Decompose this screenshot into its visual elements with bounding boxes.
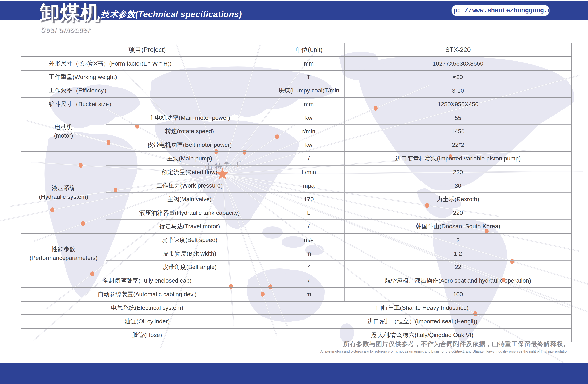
- spec-label-cell: 额定流量(Rated flow): [106, 165, 273, 179]
- spec-unit-cell: /: [273, 220, 344, 233]
- spec-label-cell: 胶管(Hose): [21, 328, 273, 342]
- spec-value-cell: 进口密封（恒立）(Imported seal (Hengli)): [273, 315, 572, 328]
- spec-label-cell: 电气系统(Electrical system): [21, 301, 273, 315]
- table-row: 铲斗尺寸（Bucket size）mm1250X950X450: [21, 97, 572, 111]
- table-row: 外形尺寸（长×宽×高）(Form factor(L * W * H))mm102…: [21, 57, 572, 70]
- spec-value-cell: 航空座椅、液压操作(Aero seat and hydraulic operat…: [344, 274, 572, 288]
- spec-label-cell: 行走马达(Travel motor): [106, 220, 273, 233]
- spec-unit-cell: °: [273, 260, 344, 274]
- spec-group-cell: 性能参数(Performanceparameters): [21, 233, 106, 274]
- table-row: 电气系统(Electrical system)山特重工(Shante Heavy…: [21, 301, 572, 315]
- spec-value-cell: ≈20: [344, 70, 572, 84]
- table-row: 自动卷缆装置(Automatic cabling devi)m100: [21, 288, 572, 301]
- spec-unit-cell: mpa: [273, 179, 344, 192]
- website-url-text: Http: //www.shantezhonggong.com: [442, 7, 559, 14]
- spec-value-cell: 2: [344, 233, 572, 247]
- spec-unit-cell: r/min: [273, 125, 344, 138]
- table-row: 性能参数(Performanceparameters)皮带速度(Belt spe…: [21, 233, 572, 247]
- spec-unit-cell: L: [273, 206, 344, 220]
- spec-label-cell: 铲斗尺寸（Bucket size）: [21, 97, 273, 111]
- spec-value-cell: 力士乐(Rexroth): [344, 192, 572, 206]
- spec-unit-cell: m: [273, 247, 344, 260]
- logo-chinese: 卸煤机: [40, 3, 101, 22]
- spec-label-cell: 自动卷缆装置(Automatic cabling devi): [21, 288, 273, 301]
- spec-unit-cell: mm: [273, 57, 344, 70]
- page-title: 技术参数(Technical specifications): [101, 9, 242, 20]
- spec-unit-cell: 块煤(Lumpy coal)T/min: [273, 84, 344, 97]
- spec-value-cell: 1250X950X450: [344, 97, 572, 111]
- spec-label-cell: 转速(rotate speed): [106, 125, 273, 138]
- spec-unit-cell: /: [273, 274, 344, 288]
- spec-label-cell: 油缸(Oil cylinder): [21, 315, 273, 328]
- spec-label-cell: 皮带角度(Belt angle): [106, 260, 273, 274]
- website-url-badge[interactable]: Http: //www.shantezhonggong.com: [452, 5, 549, 16]
- logo-english: Coal unloader: [41, 26, 90, 34]
- spec-group-cell: 电动机(motor): [21, 111, 106, 152]
- spec-label-cell: 工作重量(Working weight): [21, 70, 273, 84]
- spec-unit-cell: 170: [273, 192, 344, 206]
- spec-unit-cell: T: [273, 70, 344, 84]
- spec-unit-cell: kw: [273, 138, 344, 152]
- spec-value-cell: 22: [344, 260, 572, 274]
- spec-label-cell: 外形尺寸（长×宽×高）(Form factor(L * W * H)): [21, 57, 273, 70]
- table-row: 全封闭驾驶室(Fully enclosed cab)/航空座椅、液压操作(Aer…: [21, 274, 572, 288]
- spec-unit-cell: mm: [273, 97, 344, 111]
- disclaimer-chinese: 所有参数与图片仅供参考，不作为合同附件及依据，山特重工保留最终解释权。: [320, 340, 569, 348]
- table-row: 项目(Project)单位(unit)STX-220: [21, 43, 572, 57]
- spec-unit-cell: m: [273, 288, 344, 301]
- spec-label-cell: 皮带电机功率(Belt motor power): [106, 138, 273, 152]
- spec-unit-cell: L/min: [273, 165, 344, 179]
- spec-label-cell: 主阀(Main valve): [106, 192, 273, 206]
- table-row: 工作重量(Working weight)T≈20: [21, 70, 572, 84]
- footer-bar: [0, 363, 588, 384]
- spec-label-cell: 工作压力(Work pressure): [106, 179, 273, 192]
- spec-value-cell: 进口变量柱赛泵(Imported variable piston pump): [344, 152, 572, 165]
- spec-unit-cell: /: [273, 152, 344, 165]
- spec-table: 项目(Project)单位(unit)STX-220外形尺寸（长×宽×高）(Fo…: [21, 43, 572, 342]
- spec-unit-cell: m/s: [273, 233, 344, 247]
- column-header-model: STX-220: [344, 43, 572, 57]
- spec-label-cell: 工作效率（Efficiency）: [21, 84, 273, 97]
- spec-label-cell: 主泵(Main pump): [106, 152, 273, 165]
- spec-value-cell: 100: [344, 288, 572, 301]
- spec-label-cell: 皮带速度(Belt speed): [106, 233, 273, 247]
- column-header-project: 项目(Project): [21, 43, 273, 57]
- spec-value-cell: 1450: [344, 125, 572, 138]
- table-row: 液压系统(Hydraulic system)主泵(Main pump)/进口变量…: [21, 152, 572, 165]
- table-row: 电动机(motor)主电机功率(Main motor power)kw55: [21, 111, 572, 125]
- disclaimer: 所有参数与图片仅供参考，不作为合同附件及依据，山特重工保留最终解释权。 All …: [320, 340, 569, 353]
- spec-label-cell: 液压油箱容量(Hydraulic tank capacity): [106, 206, 273, 220]
- spec-value-cell: 55: [344, 111, 572, 125]
- spec-value-cell: 220: [344, 165, 572, 179]
- spec-value-cell: 10277X5530X3550: [344, 57, 572, 70]
- column-header-unit: 单位(unit): [273, 43, 344, 57]
- spec-value-cell: 3-10: [344, 84, 572, 97]
- spec-value-cell: 1.2: [344, 247, 572, 260]
- spec-group-cell: 液压系统(Hydraulic system): [21, 152, 106, 233]
- spec-value-cell: 22*2: [344, 138, 572, 152]
- spec-unit-cell: kw: [273, 111, 344, 125]
- spec-label-cell: 全封闭驾驶室(Fully enclosed cab): [21, 274, 273, 288]
- spec-value-cell: 韩国斗山(Doosan, South Korea): [344, 220, 572, 233]
- spec-sheet-page: 山特重工 卸煤机 Coal unloader 技术参数(Technical sp…: [0, 0, 588, 384]
- table-row: 工作效率（Efficiency）块煤(Lumpy coal)T/min3-10: [21, 84, 572, 97]
- spec-label-cell: 主电机功率(Main motor power): [106, 111, 273, 125]
- spec-label-cell: 皮带宽度(Belt width): [106, 247, 273, 260]
- spec-value-cell: 220: [344, 206, 572, 220]
- table-row: 油缸(Oil cylinder)进口密封（恒立）(Imported seal (…: [21, 315, 572, 328]
- spec-value-cell: 山特重工(Shante Heavy Industries): [273, 301, 572, 315]
- spec-value-cell: 30: [344, 179, 572, 192]
- disclaimer-english: All parameters and pictures are for refe…: [320, 349, 569, 353]
